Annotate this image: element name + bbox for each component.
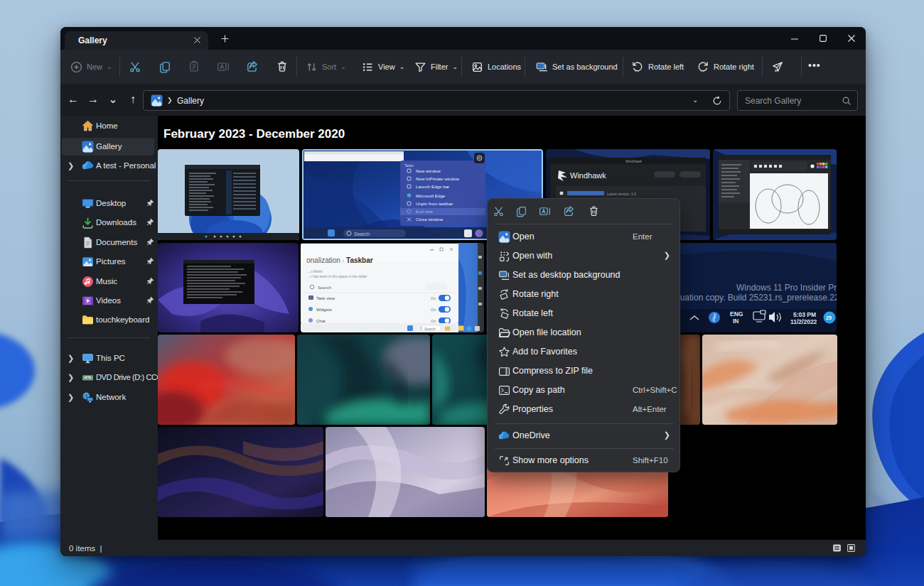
svg-text:onalization › Taskbar: onalization › Taskbar — [306, 256, 373, 264]
svg-text:luation copy. Build 25231.rs_p: luation copy. Build 25231.rs_prerelease.… — [678, 293, 837, 303]
svg-text:Launch Edge bar: Launch Edge bar — [416, 184, 449, 189]
svg-text:11/2/2022: 11/2/2022 — [790, 318, 817, 325]
svg-text:Search: Search — [424, 327, 436, 331]
svg-text:IN: IN — [733, 318, 739, 325]
svg-text:On: On — [431, 296, 436, 300]
svg-text:Search: Search — [318, 286, 331, 290]
svg-text:Latest version: 1.0: Latest version: 1.0 — [607, 192, 636, 196]
svg-text:Widgets: Widgets — [316, 308, 332, 312]
svg-text:25: 25 — [826, 315, 832, 320]
svg-text:Close window: Close window — [416, 217, 444, 222]
svg-text:Windows 11 Pro Insider Previe: Windows 11 Pro Insider Previe — [736, 283, 837, 293]
svg-text:Microsoft Edge: Microsoft Edge — [416, 193, 446, 198]
svg-text:Unpin from taskbar: Unpin from taskbar — [416, 201, 453, 206]
svg-text:5:03 PM: 5:03 PM — [793, 311, 816, 318]
svg-text:Task view: Task view — [316, 296, 335, 300]
svg-text:Tasks: Tasks — [404, 163, 414, 168]
svg-text:ENG: ENG — [730, 310, 743, 318]
svg-text:Chat: Chat — [316, 319, 326, 323]
svg-text:...r has been in the space in: ...r has been in the space in the dollar — [308, 274, 367, 278]
svg-text:Search: Search — [354, 232, 370, 237]
svg-text:On: On — [431, 319, 436, 323]
svg-text:...n Wells: ...n Wells — [308, 269, 323, 273]
svg-text:On: On — [431, 308, 436, 312]
svg-text:New InPrivate window: New InPrivate window — [416, 176, 459, 181]
svg-text:Windhawk: Windhawk — [570, 171, 606, 180]
svg-text:New window: New window — [416, 168, 441, 173]
svg-text:Windhawk: Windhawk — [625, 159, 643, 163]
